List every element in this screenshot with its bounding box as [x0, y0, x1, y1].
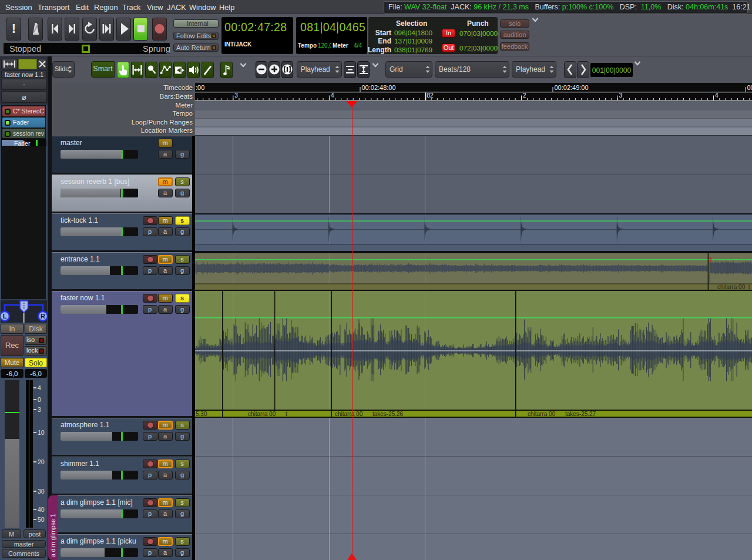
- svg-text:chitarra 00 __ takes-25.26: chitarra 00 __ takes-25.26: [335, 411, 404, 417]
- svg-text:3: 3: [619, 92, 623, 99]
- svg-text:0: 0: [38, 396, 41, 403]
- svg-text:2: 2: [523, 92, 526, 99]
- svg-text:!: !: [11, 21, 15, 36]
- svg-text:chitarra 00 __ takes-25.27: chitarra 00 __ takes-25.27: [528, 411, 596, 417]
- svg-text:82: 82: [427, 92, 434, 99]
- svg-text:10: 10: [38, 429, 45, 436]
- svg-text:4: 4: [715, 92, 719, 99]
- svg-text:R: R: [41, 313, 45, 320]
- svg-text:00:02:49:00: 00:02:49:00: [555, 84, 589, 91]
- svg-text:00:02:48:00: 00:02:48:00: [362, 84, 396, 91]
- svg-text:3: 3: [234, 92, 238, 99]
- svg-text:00: 00: [747, 84, 752, 91]
- svg-text:4: 4: [38, 384, 41, 391]
- svg-text:50: 50: [38, 516, 45, 523]
- svg-text:40: 40: [38, 506, 45, 513]
- svg-text:chitarra 00_t: chitarra 00_t: [717, 284, 750, 290]
- svg-text::00: :00: [196, 84, 204, 91]
- svg-text:20: 20: [38, 458, 45, 465]
- svg-text:3: 3: [38, 406, 41, 413]
- svg-text:L: L: [3, 313, 7, 320]
- svg-text:30: 30: [38, 488, 45, 495]
- svg-text:4: 4: [331, 92, 334, 99]
- svg-text:5.30: 5.30: [196, 411, 207, 417]
- svg-text:chitarra 00 __ t: chitarra 00 __ t: [248, 411, 287, 417]
